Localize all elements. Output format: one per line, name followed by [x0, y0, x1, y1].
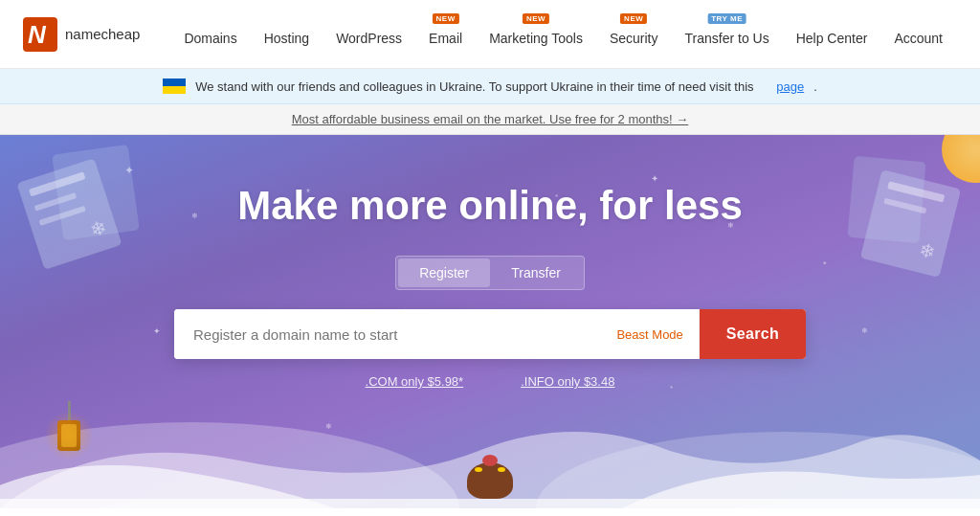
nav-label-security: Security [610, 31, 658, 46]
nav-label-domains: Domains [184, 31, 236, 46]
flag-blue [163, 79, 186, 86]
nav-label-email: Email [429, 31, 462, 46]
char-eye-right [498, 467, 505, 472]
search-toggle-tabs: Register Transfer [395, 256, 585, 290]
nav-label-transfer: Transfer to Us [685, 31, 769, 46]
lantern-light [61, 424, 77, 447]
ukraine-link[interactable]: page [776, 79, 804, 94]
char-head [467, 462, 513, 499]
nav-badge-transfer: TRY ME [707, 13, 746, 24]
tab-transfer[interactable]: Transfer [490, 258, 582, 287]
search-input[interactable] [174, 309, 601, 359]
logo-icon: N [23, 17, 57, 52]
nav-item-transfer[interactable]: TRY ME Transfer to Us [672, 0, 783, 69]
ukraine-flag [163, 79, 186, 94]
svg-text:N: N [28, 20, 47, 49]
hero-content: Make more online, for less Register Tran… [0, 135, 980, 389]
nav-label-hosting: Hosting [264, 31, 309, 46]
lantern-body [57, 420, 80, 451]
nav-item-email[interactable]: NEW Email [415, 0, 476, 69]
nav-label-marketing: Marketing Tools [489, 31, 583, 46]
beast-mode-button[interactable]: Beast Mode [601, 309, 699, 359]
nav-badge-marketing: NEW [523, 13, 549, 24]
search-bar: Beast Mode Search [174, 309, 806, 359]
char-nose [482, 455, 498, 466]
price-hint-info[interactable]: .INFO only $3.48 [521, 374, 614, 389]
hero-section: ✦ ❄ * ✦ * ✦ ❄ * ❄ * ✦ ❄ ❄ ❄ [0, 135, 980, 508]
char-eye-left [475, 467, 482, 472]
ukraine-banner: We stand with our friends and colleagues… [0, 69, 980, 104]
lantern [57, 401, 80, 451]
main-nav: Domains Hosting WordPress NEW Email NEW … [170, 0, 957, 69]
nav-item-hosting[interactable]: Hosting [251, 0, 323, 69]
logo[interactable]: N namecheap [23, 17, 140, 52]
nav-label-help: Help Center [796, 31, 868, 46]
nav-label-account: Account [894, 31, 943, 46]
price-hint-com[interactable]: .COM only $5.98* [366, 374, 464, 389]
ukraine-text: We stand with our friends and colleagues… [195, 79, 753, 94]
tab-register[interactable]: Register [398, 258, 490, 287]
promo-link[interactable]: Most affordable business email on the ma… [292, 112, 689, 126]
header: N namecheap Domains Hosting WordPress NE… [0, 0, 980, 69]
nav-item-marketing[interactable]: NEW Marketing Tools [476, 0, 596, 69]
nav-badge-email: NEW [433, 13, 459, 24]
nav-label-wordpress: WordPress [336, 31, 402, 46]
nav-badge-security: NEW [620, 13, 647, 24]
search-button[interactable]: Search [700, 309, 806, 359]
price-hints: .COM only $5.98* .INFO only $3.48 [366, 374, 615, 389]
svg-rect-4 [0, 499, 980, 508]
logo-text: namecheap [65, 26, 140, 42]
nav-item-domains[interactable]: Domains [170, 0, 250, 69]
character [467, 462, 513, 499]
nav-item-security[interactable]: NEW Security [596, 0, 672, 69]
flag-yellow [163, 86, 186, 94]
hero-title: Make more online, for less [237, 183, 743, 229]
nav-item-account[interactable]: Account [880, 0, 956, 69]
nav-item-wordpress[interactable]: WordPress [323, 0, 415, 69]
promo-banner: Most affordable business email on the ma… [0, 104, 980, 135]
nav-item-help[interactable]: Help Center [783, 0, 881, 69]
